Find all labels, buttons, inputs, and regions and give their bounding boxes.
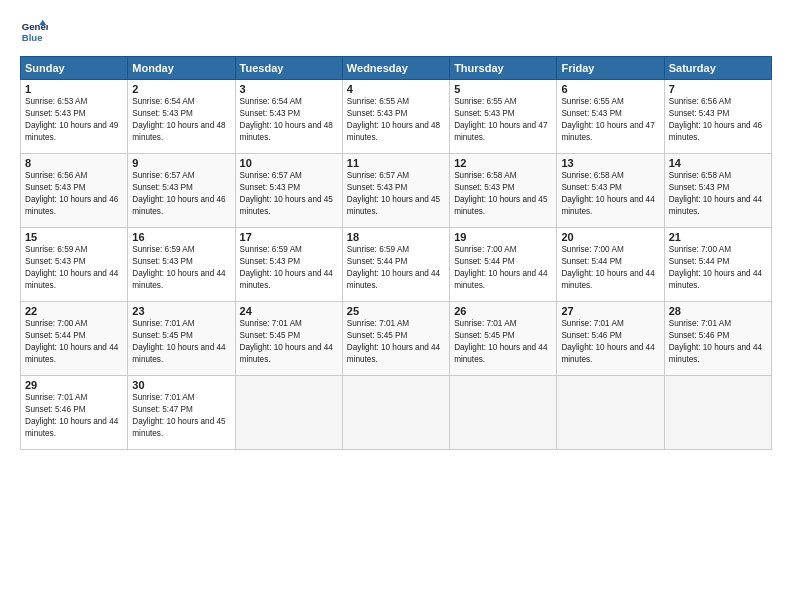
day-cell	[235, 376, 342, 450]
week-row-4: 22Sunrise: 7:00 AMSunset: 5:44 PMDayligh…	[21, 302, 772, 376]
day-info: Sunrise: 7:01 AMSunset: 5:45 PMDaylight:…	[454, 318, 552, 366]
day-info: Sunrise: 6:59 AMSunset: 5:43 PMDaylight:…	[240, 244, 338, 292]
header: General Blue	[20, 18, 772, 46]
day-cell: 5Sunrise: 6:55 AMSunset: 5:43 PMDaylight…	[450, 80, 557, 154]
day-info: Sunrise: 7:00 AMSunset: 5:44 PMDaylight:…	[669, 244, 767, 292]
day-cell: 11Sunrise: 6:57 AMSunset: 5:43 PMDayligh…	[342, 154, 449, 228]
day-cell: 30Sunrise: 7:01 AMSunset: 5:47 PMDayligh…	[128, 376, 235, 450]
day-info: Sunrise: 6:57 AMSunset: 5:43 PMDaylight:…	[132, 170, 230, 218]
week-row-3: 15Sunrise: 6:59 AMSunset: 5:43 PMDayligh…	[21, 228, 772, 302]
day-cell: 24Sunrise: 7:01 AMSunset: 5:45 PMDayligh…	[235, 302, 342, 376]
day-cell: 20Sunrise: 7:00 AMSunset: 5:44 PMDayligh…	[557, 228, 664, 302]
day-number: 6	[561, 83, 659, 95]
day-info: Sunrise: 7:00 AMSunset: 5:44 PMDaylight:…	[25, 318, 123, 366]
day-number: 7	[669, 83, 767, 95]
svg-text:Blue: Blue	[22, 32, 43, 43]
day-number: 21	[669, 231, 767, 243]
day-cell: 21Sunrise: 7:00 AMSunset: 5:44 PMDayligh…	[664, 228, 771, 302]
day-cell: 4Sunrise: 6:55 AMSunset: 5:43 PMDaylight…	[342, 80, 449, 154]
day-number: 17	[240, 231, 338, 243]
day-number: 8	[25, 157, 123, 169]
day-number: 4	[347, 83, 445, 95]
day-number: 11	[347, 157, 445, 169]
th-tuesday: Tuesday	[235, 57, 342, 80]
day-number: 25	[347, 305, 445, 317]
day-cell: 14Sunrise: 6:58 AMSunset: 5:43 PMDayligh…	[664, 154, 771, 228]
calendar-page: General Blue Sunday Monday Tuesday Wedne…	[0, 0, 792, 612]
day-number: 2	[132, 83, 230, 95]
day-info: Sunrise: 6:59 AMSunset: 5:43 PMDaylight:…	[132, 244, 230, 292]
day-number: 3	[240, 83, 338, 95]
day-info: Sunrise: 7:01 AMSunset: 5:45 PMDaylight:…	[132, 318, 230, 366]
day-number: 9	[132, 157, 230, 169]
day-info: Sunrise: 6:56 AMSunset: 5:43 PMDaylight:…	[25, 170, 123, 218]
week-row-5: 29Sunrise: 7:01 AMSunset: 5:46 PMDayligh…	[21, 376, 772, 450]
day-cell: 19Sunrise: 7:00 AMSunset: 5:44 PMDayligh…	[450, 228, 557, 302]
day-cell	[342, 376, 449, 450]
day-info: Sunrise: 7:01 AMSunset: 5:45 PMDaylight:…	[347, 318, 445, 366]
day-cell: 2Sunrise: 6:54 AMSunset: 5:43 PMDaylight…	[128, 80, 235, 154]
th-friday: Friday	[557, 57, 664, 80]
day-number: 23	[132, 305, 230, 317]
day-cell: 7Sunrise: 6:56 AMSunset: 5:43 PMDaylight…	[664, 80, 771, 154]
th-wednesday: Wednesday	[342, 57, 449, 80]
day-number: 26	[454, 305, 552, 317]
day-number: 10	[240, 157, 338, 169]
day-info: Sunrise: 6:54 AMSunset: 5:43 PMDaylight:…	[132, 96, 230, 144]
day-number: 24	[240, 305, 338, 317]
day-number: 15	[25, 231, 123, 243]
day-cell: 27Sunrise: 7:01 AMSunset: 5:46 PMDayligh…	[557, 302, 664, 376]
th-thursday: Thursday	[450, 57, 557, 80]
day-info: Sunrise: 7:00 AMSunset: 5:44 PMDaylight:…	[561, 244, 659, 292]
day-cell: 28Sunrise: 7:01 AMSunset: 5:46 PMDayligh…	[664, 302, 771, 376]
day-cell: 6Sunrise: 6:55 AMSunset: 5:43 PMDaylight…	[557, 80, 664, 154]
day-cell: 10Sunrise: 6:57 AMSunset: 5:43 PMDayligh…	[235, 154, 342, 228]
day-cell: 16Sunrise: 6:59 AMSunset: 5:43 PMDayligh…	[128, 228, 235, 302]
day-cell: 25Sunrise: 7:01 AMSunset: 5:45 PMDayligh…	[342, 302, 449, 376]
th-saturday: Saturday	[664, 57, 771, 80]
day-info: Sunrise: 6:53 AMSunset: 5:43 PMDaylight:…	[25, 96, 123, 144]
day-info: Sunrise: 6:58 AMSunset: 5:43 PMDaylight:…	[669, 170, 767, 218]
day-number: 30	[132, 379, 230, 391]
day-info: Sunrise: 6:55 AMSunset: 5:43 PMDaylight:…	[561, 96, 659, 144]
day-info: Sunrise: 7:01 AMSunset: 5:47 PMDaylight:…	[132, 392, 230, 440]
day-number: 13	[561, 157, 659, 169]
day-number: 27	[561, 305, 659, 317]
day-number: 19	[454, 231, 552, 243]
calendar-table: Sunday Monday Tuesday Wednesday Thursday…	[20, 56, 772, 450]
day-info: Sunrise: 6:57 AMSunset: 5:43 PMDaylight:…	[347, 170, 445, 218]
day-number: 29	[25, 379, 123, 391]
day-info: Sunrise: 6:58 AMSunset: 5:43 PMDaylight:…	[454, 170, 552, 218]
day-cell: 23Sunrise: 7:01 AMSunset: 5:45 PMDayligh…	[128, 302, 235, 376]
day-cell: 22Sunrise: 7:00 AMSunset: 5:44 PMDayligh…	[21, 302, 128, 376]
week-row-2: 8Sunrise: 6:56 AMSunset: 5:43 PMDaylight…	[21, 154, 772, 228]
th-monday: Monday	[128, 57, 235, 80]
day-number: 20	[561, 231, 659, 243]
day-number: 16	[132, 231, 230, 243]
day-cell	[450, 376, 557, 450]
day-number: 5	[454, 83, 552, 95]
day-cell: 8Sunrise: 6:56 AMSunset: 5:43 PMDaylight…	[21, 154, 128, 228]
day-info: Sunrise: 7:01 AMSunset: 5:46 PMDaylight:…	[561, 318, 659, 366]
day-info: Sunrise: 6:56 AMSunset: 5:43 PMDaylight:…	[669, 96, 767, 144]
day-cell: 12Sunrise: 6:58 AMSunset: 5:43 PMDayligh…	[450, 154, 557, 228]
day-cell: 13Sunrise: 6:58 AMSunset: 5:43 PMDayligh…	[557, 154, 664, 228]
day-info: Sunrise: 6:55 AMSunset: 5:43 PMDaylight:…	[454, 96, 552, 144]
day-number: 28	[669, 305, 767, 317]
day-number: 1	[25, 83, 123, 95]
day-cell: 18Sunrise: 6:59 AMSunset: 5:44 PMDayligh…	[342, 228, 449, 302]
day-cell: 26Sunrise: 7:01 AMSunset: 5:45 PMDayligh…	[450, 302, 557, 376]
day-info: Sunrise: 7:01 AMSunset: 5:45 PMDaylight:…	[240, 318, 338, 366]
day-number: 12	[454, 157, 552, 169]
day-info: Sunrise: 6:59 AMSunset: 5:43 PMDaylight:…	[25, 244, 123, 292]
day-cell: 29Sunrise: 7:01 AMSunset: 5:46 PMDayligh…	[21, 376, 128, 450]
day-info: Sunrise: 6:59 AMSunset: 5:44 PMDaylight:…	[347, 244, 445, 292]
day-info: Sunrise: 6:57 AMSunset: 5:43 PMDaylight:…	[240, 170, 338, 218]
day-info: Sunrise: 6:54 AMSunset: 5:43 PMDaylight:…	[240, 96, 338, 144]
day-info: Sunrise: 7:01 AMSunset: 5:46 PMDaylight:…	[25, 392, 123, 440]
day-cell: 9Sunrise: 6:57 AMSunset: 5:43 PMDaylight…	[128, 154, 235, 228]
logo-icon: General Blue	[20, 18, 48, 46]
day-cell: 15Sunrise: 6:59 AMSunset: 5:43 PMDayligh…	[21, 228, 128, 302]
week-row-1: 1Sunrise: 6:53 AMSunset: 5:43 PMDaylight…	[21, 80, 772, 154]
day-cell	[664, 376, 771, 450]
